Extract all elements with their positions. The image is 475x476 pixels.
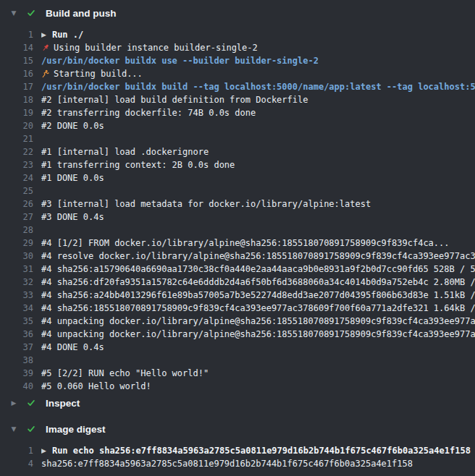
line-number[interactable]: 15: [0, 54, 33, 67]
line-number[interactable]: 31: [0, 263, 33, 276]
caret-down-icon[interactable]: ▼: [9, 3, 18, 23]
line-text: #4 unpacking docker.io/library/alpine@sh…: [41, 315, 475, 328]
log-lines-image-digest: 1▶Run echo sha256:e7ff8834a5963a2785c5a0…: [0, 439, 475, 470]
line-text: #4 sha256:a15790640a6690aa1730c38cf0a440…: [41, 263, 475, 276]
section-title: Build and push: [46, 8, 117, 19]
line-number[interactable]: 30: [0, 250, 33, 263]
line-number[interactable]: 1: [0, 444, 33, 457]
line-number[interactable]: 21: [0, 132, 33, 145]
log-line: 23#1 transferring context: 2B 0.0s done: [0, 158, 475, 171]
line-number[interactable]: 32: [0, 276, 33, 289]
line-number[interactable]: 1: [0, 28, 33, 41]
log-line: 1▶Run ./: [0, 28, 475, 41]
line-number[interactable]: 22: [0, 145, 33, 158]
line-text: Starting build...: [54, 67, 143, 80]
log-section-build-and-push: ▼ Build and push1▶Run ./14 Using builder…: [0, 3, 475, 393]
line-text: #3 [internal] load metadata for docker.i…: [41, 197, 371, 211]
log-line: 34#4 sha256:185518070891758909c9f839cf4c…: [0, 302, 475, 315]
line-text: Run echo sha256:e7ff8834a5963a2785c5a081…: [52, 444, 471, 457]
section-header-image-digest[interactable]: ▼ Image digest: [0, 419, 475, 439]
line-number[interactable]: 4: [0, 457, 33, 470]
line-content: #4 sha256:a15790640a6690aa1730c38cf0a440…: [41, 263, 475, 276]
line-number[interactable]: 39: [0, 367, 33, 380]
line-text: #2 [internal] load build definition from…: [41, 93, 308, 106]
caret-right-icon[interactable]: ▶: [9, 393, 18, 413]
line-content: ▶Run ./: [41, 28, 475, 41]
line-text: /usr/bin/docker buildx build --tag local…: [41, 80, 475, 93]
line-number[interactable]: 40: [0, 380, 33, 393]
line-text: #4 sha256:185518070891758909c9f839cf4ca3…: [41, 302, 475, 315]
line-text: Using builder instance builder-single-2: [54, 41, 258, 54]
log-section-image-digest: ▼ Image digest1▶Run echo sha256:e7ff8834…: [0, 419, 475, 470]
log-line: 17/usr/bin/docker buildx build --tag loc…: [0, 80, 475, 93]
log-line: 16 Starting build...: [0, 67, 475, 80]
line-number[interactable]: 25: [0, 184, 33, 197]
line-number[interactable]: 35: [0, 315, 33, 328]
line-number[interactable]: 38: [0, 354, 33, 367]
check-icon: [26, 398, 36, 408]
log-line: 19#2 transferring dockerfile: 74B 0.0s d…: [0, 106, 475, 119]
log-line: 21: [0, 132, 475, 145]
workflow-log-page: { "colors": { "background": "#2a2d33", "…: [0, 0, 475, 476]
line-number[interactable]: 28: [0, 224, 33, 237]
line-number[interactable]: 19: [0, 106, 33, 119]
line-text: #4 sha256:a24bb4013296f61e89ba57005a7b3e…: [41, 289, 475, 302]
log-line: 20#2 DONE 0.0s: [0, 119, 475, 132]
line-number[interactable]: 14: [0, 41, 33, 54]
line-text: #1 transferring context: 2B 0.0s done: [41, 158, 235, 171]
line-text: #5 [2/2] RUN echo "Hello world!": [41, 367, 209, 380]
log-line: 25: [0, 184, 475, 197]
line-number[interactable]: 26: [0, 197, 33, 211]
line-content: Starting build...: [41, 67, 475, 80]
line-text: #4 resolve docker.io/library/alpine@sha2…: [41, 250, 475, 263]
section-header-inspect[interactable]: ▶ Inspect: [0, 393, 475, 413]
line-text: #4 DONE 0.4s: [41, 341, 104, 354]
line-content: #1 DONE 0.0s: [41, 171, 475, 184]
line-number[interactable]: 37: [0, 341, 33, 354]
log-line: 18#2 [internal] load build definition fr…: [0, 93, 475, 106]
caret-down-icon[interactable]: ▼: [9, 419, 18, 439]
line-number[interactable]: 18: [0, 93, 33, 106]
log-line: 26#3 [internal] load metadata for docker…: [0, 197, 475, 211]
line-number[interactable]: 33: [0, 289, 33, 302]
chevron-right-icon[interactable]: ▶: [41, 28, 46, 41]
log-line: 39#5 [2/2] RUN echo "Hello world!": [0, 367, 475, 380]
chevron-right-icon[interactable]: ▶: [41, 444, 46, 457]
log-line: 32#4 sha256:df20fa9351a15782c64e6dddb2d4…: [0, 276, 475, 289]
log-line: 33#4 sha256:a24bb4013296f61e89ba57005a7b…: [0, 289, 475, 302]
line-text: Run ./: [52, 28, 83, 41]
line-content: #5 [2/2] RUN echo "Hello world!": [41, 367, 475, 380]
line-content: #4 sha256:df20fa9351a15782c64e6dddb2d4a6…: [41, 276, 475, 289]
line-number[interactable]: 24: [0, 171, 33, 184]
line-number[interactable]: 36: [0, 328, 33, 341]
line-number[interactable]: 20: [0, 119, 33, 132]
log-line: 36#4 unpacking docker.io/library/alpine@…: [0, 328, 475, 341]
line-number[interactable]: 27: [0, 211, 33, 224]
log-line: 31#4 sha256:a15790640a6690aa1730c38cf0a4…: [0, 263, 475, 276]
line-content: [41, 132, 475, 145]
line-number[interactable]: 34: [0, 302, 33, 315]
line-number[interactable]: 16: [0, 67, 33, 80]
log-line: 4sha256:e7ff8834a5963a2785c5a0811e979d16…: [0, 457, 475, 470]
line-content: #1 [internal] load .dockerignore: [41, 145, 475, 158]
runner-icon: [41, 69, 50, 78]
line-text: #4 unpacking docker.io/library/alpine@sh…: [41, 328, 475, 341]
line-content: Using builder instance builder-single-2: [41, 41, 475, 54]
pushpin-icon: [41, 43, 50, 52]
line-number[interactable]: 29: [0, 237, 33, 250]
line-content: #2 DONE 0.0s: [41, 119, 475, 132]
log-line: 24#1 DONE 0.0s: [0, 171, 475, 184]
line-number[interactable]: 23: [0, 158, 33, 171]
line-text: /usr/bin/docker buildx use --builder bui…: [41, 54, 319, 67]
line-content: ▶Run echo sha256:e7ff8834a5963a2785c5a08…: [41, 444, 475, 457]
line-content: #1 transferring context: 2B 0.0s done: [41, 158, 475, 171]
line-content: #2 transferring dockerfile: 74B 0.0s don…: [41, 106, 475, 119]
section-header-build-and-push[interactable]: ▼ Build and push: [0, 3, 475, 23]
line-content: #4 sha256:a24bb4013296f61e89ba57005a7b3e…: [41, 289, 475, 302]
log-section-inspect: ▶ Inspect: [0, 393, 475, 413]
line-content: /usr/bin/docker buildx use --builder bui…: [41, 54, 475, 67]
line-number[interactable]: 17: [0, 80, 33, 93]
line-content: #2 [internal] load build definition from…: [41, 93, 475, 106]
line-content: [41, 224, 475, 237]
line-text: sha256:e7ff8834a5963a2785c5a0811e979d16b…: [41, 457, 413, 470]
